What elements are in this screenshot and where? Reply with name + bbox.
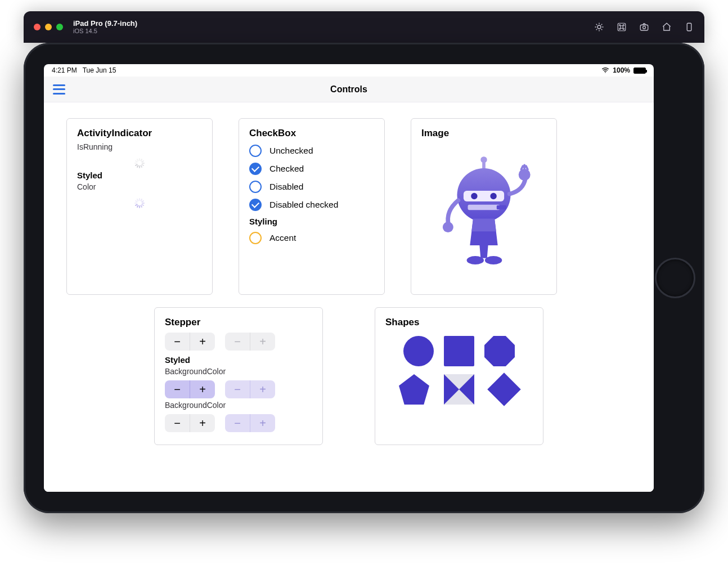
wifi-icon (601, 68, 609, 73)
svg-rect-9 (464, 191, 504, 201)
simulator-os-label: iOS 14.5 (73, 28, 137, 34)
appearance-icon[interactable] (594, 22, 604, 32)
stepper-plus-button: + (250, 333, 275, 351)
image-card: Image (411, 118, 557, 295)
stepper-plus-button[interactable]: + (190, 380, 215, 398)
card-title: Image (421, 128, 546, 139)
checkbox-row-disabled-checked: Disabled checked (249, 199, 374, 211)
shape-square (444, 336, 474, 366)
activity-indicator-colored (134, 196, 145, 206)
stepper-card: Stepper − + − + (154, 307, 323, 445)
checkbox-label: Disabled (269, 182, 303, 192)
checkbox-label: Checked (269, 164, 304, 174)
card-title: Shapes (385, 317, 533, 328)
svg-point-5 (605, 72, 606, 73)
page-title: Controls (44, 84, 654, 95)
checkbox-row-disabled: Disabled (249, 181, 374, 193)
svg-rect-13 (497, 205, 506, 210)
stepper-bgcolor[interactable]: − + (165, 380, 215, 398)
shape-bowtie (444, 374, 474, 405)
stepper-minus-button[interactable]: − (165, 333, 190, 351)
checkbox-label: Unchecked (269, 146, 313, 156)
stepper-minus-button: − (225, 380, 250, 398)
status-time: 4:21 PM (52, 66, 77, 74)
activity-indicator-card: ActivityIndicator IsRunning Styled Color (66, 118, 213, 295)
checkbox-checked[interactable] (249, 163, 262, 175)
dotnet-bot-image (430, 153, 537, 273)
stepper-prop-bg1: BackgroundColor (165, 367, 312, 376)
activity-prop-color: Color (77, 182, 202, 191)
svg-point-15 (519, 169, 531, 181)
menu-icon[interactable] (53, 84, 65, 95)
minimize-window-icon[interactable] (45, 24, 52, 30)
rotate-device-icon[interactable] (684, 22, 694, 32)
card-title: CheckBox (249, 128, 374, 139)
checkbox-disabled (249, 181, 262, 193)
ios-status-bar: 4:21 PM Tue Jun 15 100% (44, 64, 654, 77)
checkbox-unchecked[interactable] (249, 145, 262, 157)
svg-point-3 (643, 26, 646, 29)
shape-octagon (484, 336, 515, 366)
navigation-bar: Controls (44, 77, 654, 102)
activity-indicator-default (134, 156, 145, 166)
checkbox-accent[interactable] (249, 232, 262, 244)
stepper-plus-button: + (250, 414, 275, 432)
svg-point-11 (490, 193, 496, 199)
stepper-plus-button: + (250, 380, 275, 398)
stepper-disabled-2: − + (225, 414, 275, 432)
activity-prop-isrunning: IsRunning (77, 142, 202, 151)
screenshot-icon[interactable] (639, 22, 649, 32)
battery-icon (633, 68, 646, 74)
simulator-titlebar: iPad Pro (9.7-inch) iOS 14.5 (24, 11, 704, 43)
svg-point-14 (443, 222, 453, 232)
svg-rect-4 (687, 23, 691, 31)
stepper-minus-button: − (225, 333, 250, 351)
shape-circle (403, 336, 434, 366)
ipad-home-button[interactable] (655, 258, 695, 298)
checkbox-label: Disabled checked (269, 200, 338, 210)
svg-rect-1 (618, 23, 626, 31)
ipad-device-frame: 4:21 PM Tue Jun 15 100% Controls (24, 43, 704, 513)
stepper-prop-bg2: BackgroundColor (165, 401, 312, 410)
stepper-minus-button[interactable]: − (165, 380, 190, 398)
checkbox-disabled-checked (249, 199, 262, 211)
close-window-icon[interactable] (34, 24, 41, 30)
svg-point-16 (467, 256, 484, 264)
checkbox-label: Accent (269, 233, 296, 243)
stepper-minus-button: − (225, 414, 250, 432)
window-traffic-lights[interactable] (34, 24, 63, 30)
activity-subhead: Styled (77, 170, 202, 180)
shapes-card: Shapes (375, 307, 543, 445)
device-screen: 4:21 PM Tue Jun 15 100% Controls (44, 64, 654, 492)
stepper-disabled: − + (225, 333, 275, 351)
checkbox-subhead: Styling (249, 217, 374, 226)
checkbox-row-checked: Checked (249, 163, 374, 175)
card-title: ActivityIndicator (77, 128, 202, 139)
stepper-plus-button[interactable]: + (190, 414, 215, 432)
stepper-plus-button[interactable]: + (190, 333, 215, 351)
checkbox-row-accent: Accent (249, 232, 374, 244)
fullscreen-window-icon[interactable] (56, 24, 63, 30)
simulator-device-label: iPad Pro (9.7-inch) (73, 20, 137, 28)
svg-point-10 (471, 193, 477, 199)
home-icon[interactable] (662, 22, 672, 32)
stepper-default-2[interactable]: − + (165, 414, 215, 432)
stepper-bgcolor-disabled: − + (225, 380, 275, 398)
svg-rect-12 (468, 205, 500, 210)
shape-pentagon (399, 374, 429, 405)
shape-diamond (487, 372, 521, 406)
stepper-subhead: Styled (165, 355, 312, 365)
status-battery-pct: 100% (613, 66, 630, 74)
status-date: Tue Jun 15 (83, 66, 116, 74)
stepper-minus-button[interactable]: − (165, 414, 190, 432)
svg-point-17 (485, 256, 502, 264)
svg-point-0 (597, 25, 601, 29)
checkbox-card: CheckBox Unchecked Checked Disabled (239, 118, 385, 295)
stepper-default[interactable]: − + (165, 333, 215, 351)
card-title: Stepper (165, 317, 312, 328)
checkbox-row-unchecked: Unchecked (249, 145, 374, 157)
keyboard-command-icon[interactable] (617, 22, 627, 32)
